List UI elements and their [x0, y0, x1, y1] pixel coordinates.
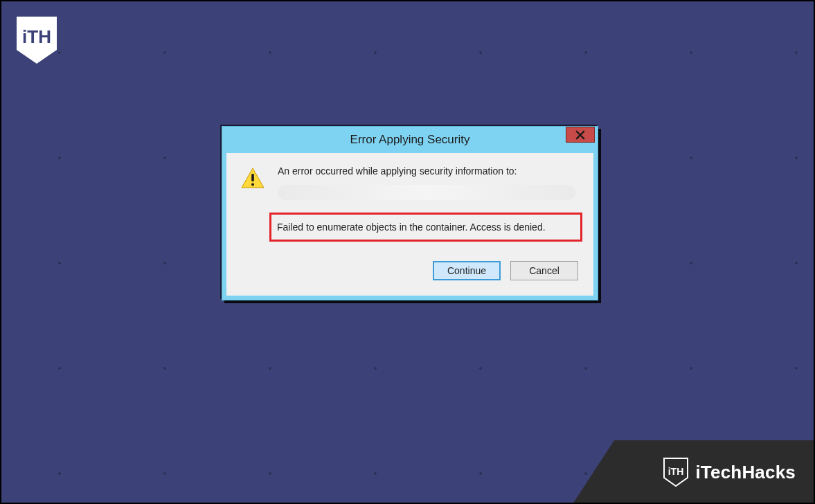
- continue-button[interactable]: Continue: [433, 261, 501, 280]
- svg-rect-1: [251, 174, 254, 181]
- continue-button-label: Continue: [447, 265, 486, 276]
- svg-point-2: [251, 183, 254, 186]
- dialog-title: Error Applying Security: [350, 133, 470, 147]
- close-icon: [575, 130, 585, 140]
- error-highlight-box: Failed to enumerate objects in the conta…: [269, 213, 582, 242]
- itechhacks-logo-top: iTH: [15, 15, 58, 65]
- redacted-path: [278, 185, 575, 200]
- svg-text:iTH: iTH: [668, 466, 684, 477]
- dialog-button-row: Continue Cancel: [240, 261, 580, 280]
- dialog-message: An error occurred while applying securit…: [278, 165, 582, 177]
- close-button[interactable]: [566, 127, 595, 143]
- error-dialog: Error Applying Security An error occurre…: [222, 126, 598, 300]
- dialog-titlebar[interactable]: Error Applying Security: [222, 127, 598, 153]
- cancel-button[interactable]: Cancel: [510, 261, 578, 280]
- cancel-button-label: Cancel: [529, 265, 559, 276]
- itechhacks-logo-bottom: iTH: [663, 458, 688, 487]
- dialog-body: An error occurred while applying securit…: [226, 153, 593, 296]
- svg-text:iTH: iTH: [22, 26, 51, 47]
- error-text: Failed to enumerate objects in the conta…: [277, 222, 575, 233]
- brand-name: iTechHacks: [695, 462, 796, 483]
- brand-banner: iTH iTechHacks: [573, 440, 815, 504]
- warning-icon: [240, 167, 265, 190]
